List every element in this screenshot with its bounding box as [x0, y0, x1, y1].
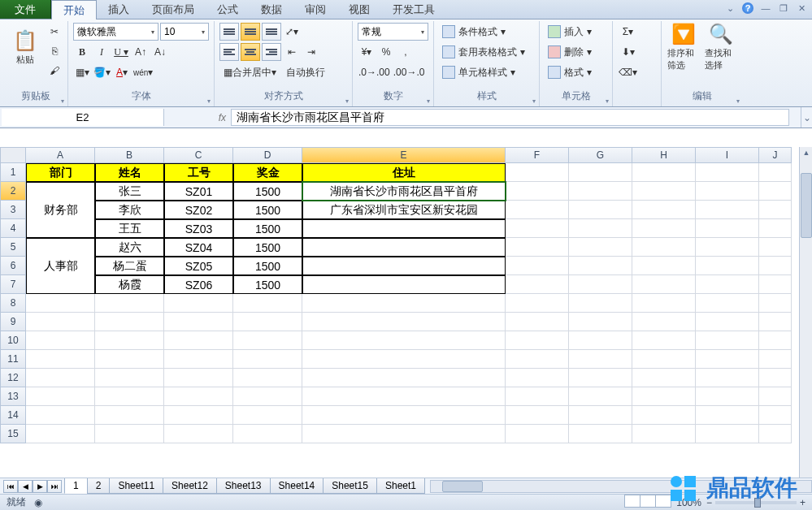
- currency-button[interactable]: ¥▾: [358, 43, 376, 61]
- cell-D9[interactable]: [233, 313, 302, 331]
- cell-E10[interactable]: [302, 331, 506, 350]
- zoom-in-icon[interactable]: +: [800, 497, 805, 508]
- sheet-tab-Sheet1[interactable]: Sheet1: [376, 478, 425, 494]
- zoom-out-icon[interactable]: −: [706, 497, 712, 508]
- grow-font-button[interactable]: A↑: [132, 43, 150, 61]
- cell-H11[interactable]: [632, 350, 696, 369]
- cell-I14[interactable]: [696, 406, 759, 425]
- cell-A9[interactable]: [26, 313, 95, 331]
- cell-I10[interactable]: [696, 331, 759, 350]
- cell-D5[interactable]: 1500: [233, 238, 302, 257]
- cell-J2[interactable]: [759, 182, 792, 201]
- cell-C11[interactable]: [164, 350, 233, 369]
- cell-J13[interactable]: [759, 387, 792, 406]
- menu-tab-6[interactable]: 视图: [337, 0, 381, 19]
- menu-tab-4[interactable]: 数据: [250, 0, 293, 19]
- cell-I7[interactable]: [696, 275, 759, 294]
- cell-B10[interactable]: [95, 331, 164, 350]
- help-icon[interactable]: ?: [742, 2, 753, 14]
- cell-I6[interactable]: [696, 257, 759, 275]
- col-header-H[interactable]: H: [632, 147, 696, 163]
- cell-E6[interactable]: [302, 257, 506, 275]
- font-name-select[interactable]: 微软雅黑▾: [73, 23, 158, 41]
- sheet-tab-Sheet15[interactable]: Sheet15: [323, 478, 377, 494]
- cell-C4[interactable]: SZ03: [164, 219, 233, 238]
- row-header-3[interactable]: 3: [0, 201, 26, 219]
- cell-H5[interactable]: [632, 238, 696, 257]
- copy-button[interactable]: ⎘: [46, 42, 63, 60]
- underline-button[interactable]: U ▾: [112, 43, 130, 61]
- cell-H15[interactable]: [632, 425, 696, 443]
- cell-J3[interactable]: [759, 201, 792, 219]
- cell-F4[interactable]: [506, 219, 569, 238]
- col-header-E[interactable]: E: [302, 147, 506, 163]
- cell-C13[interactable]: [164, 387, 233, 406]
- expand-formula-icon[interactable]: ⌄: [801, 107, 812, 128]
- cell-D10[interactable]: [233, 331, 302, 350]
- cell-A12[interactable]: [26, 369, 95, 387]
- row-header-10[interactable]: 10: [0, 331, 26, 350]
- cell-H2[interactable]: [632, 182, 696, 201]
- ribbon-min-icon[interactable]: ⌄: [724, 2, 736, 14]
- name-box[interactable]: [2, 109, 164, 126]
- cell-H14[interactable]: [632, 406, 696, 425]
- cell-B12[interactable]: [95, 369, 164, 387]
- sheet-tab-Sheet12[interactable]: Sheet12: [163, 478, 217, 494]
- row-header-7[interactable]: 7: [0, 275, 26, 294]
- format-table-button[interactable]: 套用表格格式▾: [439, 43, 528, 61]
- vertical-scrollbar[interactable]: ▲: [799, 147, 812, 478]
- row-header-4[interactable]: 4: [0, 219, 26, 238]
- horizontal-scrollbar[interactable]: [430, 480, 812, 493]
- cell-I5[interactable]: [696, 238, 759, 257]
- cell-G5[interactable]: [569, 238, 632, 257]
- cell-G15[interactable]: [569, 425, 632, 443]
- cell-B3[interactable]: 李欣: [95, 201, 164, 219]
- borders-button[interactable]: ▦▾: [73, 63, 91, 81]
- cell-C9[interactable]: [164, 313, 233, 331]
- cell-F13[interactable]: [506, 387, 569, 406]
- font-size-select[interactable]: 10▾: [160, 23, 209, 41]
- number-format-select[interactable]: 常规▾: [358, 23, 428, 41]
- bold-button[interactable]: B: [73, 43, 91, 61]
- cell-F9[interactable]: [506, 313, 569, 331]
- row-header-12[interactable]: 12: [0, 369, 26, 387]
- cell-A1[interactable]: 部门: [26, 163, 95, 182]
- cell-C14[interactable]: [164, 406, 233, 425]
- cell-C3[interactable]: SZ02: [164, 201, 233, 219]
- cell-G6[interactable]: [569, 257, 632, 275]
- cell-F5[interactable]: [506, 238, 569, 257]
- cell-B5[interactable]: 赵六: [95, 238, 164, 257]
- cell-H10[interactable]: [632, 331, 696, 350]
- cell-C15[interactable]: [164, 425, 233, 443]
- font-color-button[interactable]: A▾: [113, 63, 131, 81]
- row-header-1[interactable]: 1: [0, 163, 26, 182]
- merge-center-button[interactable]: ▦ 合并居中▾: [219, 63, 280, 81]
- sheet-tab-Sheet14[interactable]: Sheet14: [270, 478, 324, 494]
- cell-G9[interactable]: [569, 313, 632, 331]
- cell-E2[interactable]: 湖南省长沙市雨花区昌平首府: [302, 182, 506, 201]
- cell-I3[interactable]: [696, 201, 759, 219]
- col-header-D[interactable]: D: [233, 147, 302, 163]
- cell-A10[interactable]: [26, 331, 95, 350]
- cell-J6[interactable]: [759, 257, 792, 275]
- col-header-G[interactable]: G: [569, 147, 632, 163]
- cell-B8[interactable]: [95, 294, 164, 313]
- cell-G13[interactable]: [569, 387, 632, 406]
- cell-C12[interactable]: [164, 369, 233, 387]
- cell-G10[interactable]: [569, 331, 632, 350]
- row-header-11[interactable]: 11: [0, 350, 26, 369]
- row-header-9[interactable]: 9: [0, 313, 26, 331]
- col-header-F[interactable]: F: [506, 147, 569, 163]
- cell-D7[interactable]: 1500: [233, 275, 302, 294]
- cell-E8[interactable]: [302, 294, 506, 313]
- sheet-nav-next-icon[interactable]: ▶: [33, 480, 47, 493]
- cell-H7[interactable]: [632, 275, 696, 294]
- cell-B15[interactable]: [95, 425, 164, 443]
- wrap-text-button[interactable]: 自动换行: [282, 63, 329, 81]
- format-cells-button[interactable]: 格式▾: [545, 63, 595, 81]
- cell-E1[interactable]: 住址: [302, 163, 506, 182]
- cell-E11[interactable]: [302, 350, 506, 369]
- cell-E3[interactable]: 广东省深圳市宝安区新安花园: [302, 201, 506, 219]
- cell-I4[interactable]: [696, 219, 759, 238]
- cell-B6[interactable]: 杨二蛋: [95, 257, 164, 275]
